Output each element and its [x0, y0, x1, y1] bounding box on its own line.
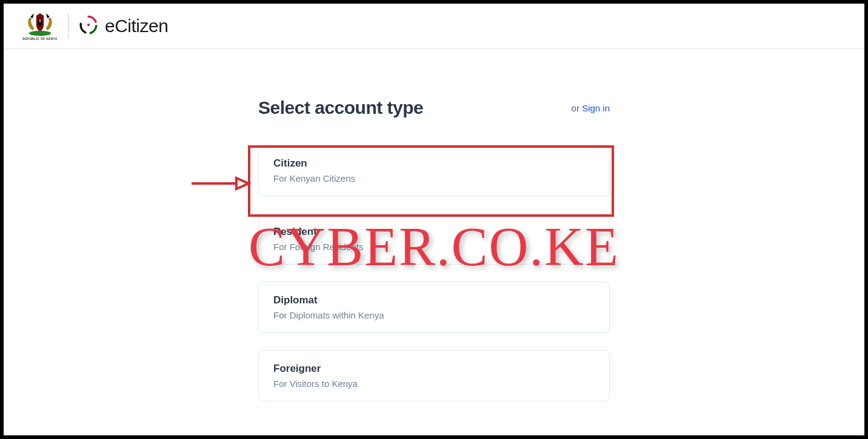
ecitizen-swirl-icon — [78, 15, 99, 38]
svg-point-0 — [29, 31, 51, 36]
card-title: Foreigner — [273, 363, 595, 375]
page-title: Select account type — [258, 97, 423, 118]
ecitizen-brand: eCitizen — [78, 15, 168, 38]
signin-prefix: or — [572, 103, 583, 113]
title-row: Select account type or Sign in — [258, 97, 610, 118]
kenya-coat-of-arms-logo: REPUBLIC OF KENYA — [22, 11, 58, 41]
account-type-citizen[interactable]: Citizen For Kenyan Citizens — [258, 145, 610, 196]
signin-prompt: or Sign in — [572, 103, 610, 113]
card-subtitle: For Foreign Residents — [273, 242, 595, 252]
card-subtitle: For Visitors to Kenya — [273, 378, 595, 389]
card-title: Resident — [273, 226, 595, 238]
coat-of-arms-icon — [25, 12, 55, 36]
account-type-foreigner[interactable]: Foreigner For Visitors to Kenya — [258, 350, 610, 401]
card-subtitle: For Kenyan Citizens — [273, 173, 595, 183]
ecitizen-brand-text: eCitizen — [105, 16, 168, 36]
signin-link[interactable]: Sign in — [582, 103, 610, 113]
main-content: Select account type or Sign in Citizen F… — [4, 49, 864, 418]
coat-of-arms-label: REPUBLIC OF KENYA — [22, 37, 57, 41]
header-divider — [68, 13, 68, 39]
page-header: REPUBLIC OF KENYA eCitizen — [4, 4, 864, 48]
card-title: Diplomat — [273, 294, 595, 306]
card-title: Citizen — [273, 157, 595, 170]
card-subtitle: For Diplomats within Kenya — [273, 310, 595, 320]
page-frame: REPUBLIC OF KENYA eCitizen Select accoun… — [0, 0, 868, 439]
account-type-resident[interactable]: Resident For Foreign Residents — [258, 213, 610, 265]
account-type-diplomat[interactable]: Diplomat For Diplomats within Kenya — [258, 282, 610, 333]
svg-point-1 — [87, 24, 90, 26]
